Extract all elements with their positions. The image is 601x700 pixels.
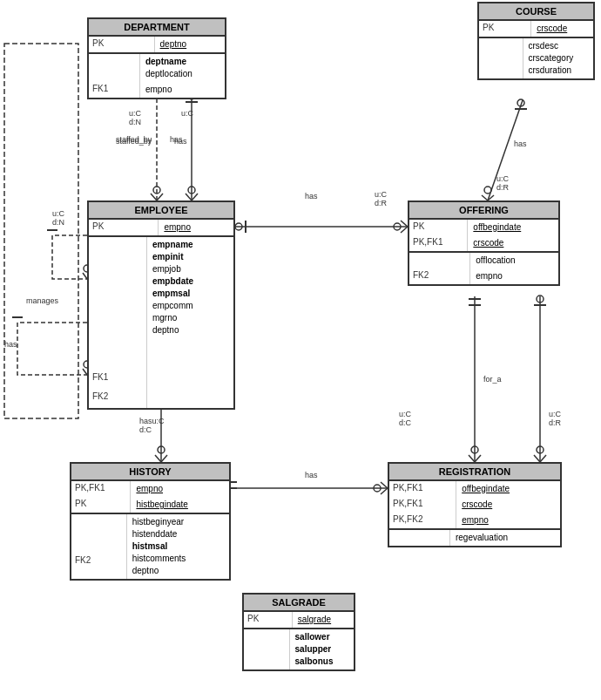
history-attrs: histbeginyear histenddate histmsal histc… (127, 514, 229, 579)
svg-point-52 (537, 446, 544, 453)
course-pk-label: PK (479, 21, 531, 37)
entity-employee: EMPLOYEE PK empno FK1FK2 empname empinit… (87, 200, 235, 410)
svg-line-51 (540, 455, 546, 462)
history-histmsal: histmsal (132, 540, 224, 553)
label-has-dept-text: has (174, 137, 187, 146)
history-pk-label2: PK (71, 497, 131, 513)
registration-pk-attr1: offbegindate (456, 481, 560, 497)
svg-point-46 (471, 446, 478, 453)
employee-empcomm: empcomm (152, 300, 228, 312)
registration-attr-regevaluation: regevaluation (450, 530, 560, 546)
svg-point-23 (235, 223, 242, 230)
employee-empmsal: empmsal (152, 288, 228, 300)
label-uc-dc: u:Cd:C (399, 410, 411, 427)
department-fk1-label: FK1 (89, 82, 140, 98)
registration-pk-row2: PK,FK1 crscode (389, 497, 560, 513)
svg-line-7 (192, 194, 198, 200)
offering-attr-section: offlocation FK2 empno (409, 253, 558, 284)
label-has-left: has (4, 340, 17, 349)
entity-course-header: COURSE (479, 3, 593, 21)
employee-mgrno: mgrno (152, 312, 228, 324)
svg-line-6 (186, 194, 192, 200)
label-has-course: has (514, 139, 527, 148)
svg-point-34 (158, 446, 165, 453)
offering-pk-row1: PK offbegindate (409, 220, 558, 235)
label-has-emp-offering: has (305, 192, 318, 200)
offering-fk2-label: FK2 (409, 268, 470, 284)
history-deptno: deptno (132, 565, 224, 577)
svg-rect-55 (4, 44, 78, 418)
registration-row-regevaluation: regevaluation (389, 530, 560, 546)
svg-line-32 (155, 455, 161, 462)
salgrade-salupper: salupper (295, 643, 348, 656)
offering-pk-attr1: offbegindate (468, 220, 558, 235)
employee-empname: empname (152, 239, 228, 251)
course-pk-section: PK crscode (479, 21, 593, 38)
department-pk-row: PK deptno (89, 37, 225, 52)
department-attr-empno: empno (140, 82, 225, 98)
offering-pk-label2: PK,FK1 (409, 235, 468, 251)
entity-offering-header: OFFERING (409, 202, 558, 220)
department-pk-label: PK (89, 37, 155, 52)
course-key-empty (479, 38, 523, 78)
label-uc-cr: u:Cd:R (496, 174, 509, 192)
course-crsdesc: crsdesc (529, 40, 588, 52)
entity-salgrade-header: SALGRADE (244, 595, 354, 612)
registration-offbegindate: offbegindate (462, 483, 555, 495)
course-pk-row: PK crscode (479, 21, 593, 37)
registration-attr-section: regevaluation (389, 530, 560, 546)
svg-line-38 (381, 482, 388, 488)
svg-line-1 (151, 194, 157, 200)
label-uc-dn-2: u:C (181, 109, 193, 118)
salgrade-salgrade: salgrade (298, 614, 348, 626)
history-histcomments: histcomments (132, 553, 224, 565)
offering-crscode: crscode (473, 237, 553, 249)
entity-registration-header: REGISTRATION (389, 464, 560, 481)
history-keys-col: FK2 (71, 514, 127, 579)
svg-point-22 (394, 223, 401, 230)
department-deptno: deptno (160, 38, 219, 51)
salgrade-pk-row: PK salgrade (244, 612, 354, 628)
history-row-attrs: FK2 histbeginyear histenddate histmsal h… (71, 514, 229, 579)
offering-row-empno: FK2 empno (409, 268, 558, 284)
employee-empbdate: empbdate (152, 275, 228, 288)
svg-point-28 (484, 187, 491, 194)
department-attr-section: deptname deptlocation FK1 empno (89, 54, 225, 98)
course-attrs: crsdesc crscategory crsduration (523, 38, 593, 78)
employee-row-attrs: FK1FK2 empname empinit empjob empbdate e… (89, 237, 233, 408)
history-pk-row1: PK,FK1 empno (71, 481, 229, 497)
offering-key-empty (409, 253, 470, 268)
registration-crscode: crscode (462, 499, 555, 511)
registration-pk-row1: PK,FK1 offbegindate (389, 481, 560, 497)
employee-pk-attr: empno (159, 220, 233, 235)
history-histbegindate: histbegindate (136, 499, 224, 511)
history-empno: empno (136, 483, 224, 495)
course-crsduration: crsduration (529, 65, 588, 77)
offering-offlocation: offlocation (476, 255, 553, 267)
salgrade-salbonus: salbonus (295, 656, 348, 668)
svg-line-20 (401, 221, 408, 227)
offering-empno: empno (476, 270, 553, 282)
employee-attrs: empname empinit empjob empbdate empmsal … (147, 237, 233, 408)
registration-key-empty (389, 530, 450, 546)
svg-point-29 (517, 99, 524, 106)
history-attr-section: FK2 histbeginyear histenddate histmsal h… (71, 514, 229, 579)
department-pk-section: PK deptno (89, 37, 225, 54)
employee-deptno: deptno (152, 324, 228, 336)
employee-attr-section: FK1FK2 empname empinit empjob empbdate e… (89, 237, 233, 408)
entity-course: COURSE PK crscode crsdesc crscategory cr… (477, 2, 595, 80)
employee-pk-label: PK (89, 220, 159, 235)
salgrade-row-attrs: sallower salupper salbonus (244, 629, 354, 669)
entity-history-header: HISTORY (71, 464, 229, 481)
label-staffed-by-text: staffed_by (116, 137, 152, 146)
entity-department-header: DEPARTMENT (89, 19, 225, 37)
offering-attr-offlocation: offlocation (470, 253, 558, 268)
entity-employee-header: EMPLOYEE (89, 202, 233, 220)
registration-pk-attr3: empno (456, 513, 560, 528)
registration-pk-label1: PK,FK1 (389, 481, 456, 497)
department-row-deptname: deptname deptlocation (89, 54, 225, 82)
department-empno-text: empno (145, 84, 219, 96)
salgrade-sallower: sallower (295, 631, 348, 643)
registration-pk-row3: PK,FK2 empno (389, 513, 560, 528)
label-uc-dn-1: u:Cd:N (129, 109, 141, 126)
